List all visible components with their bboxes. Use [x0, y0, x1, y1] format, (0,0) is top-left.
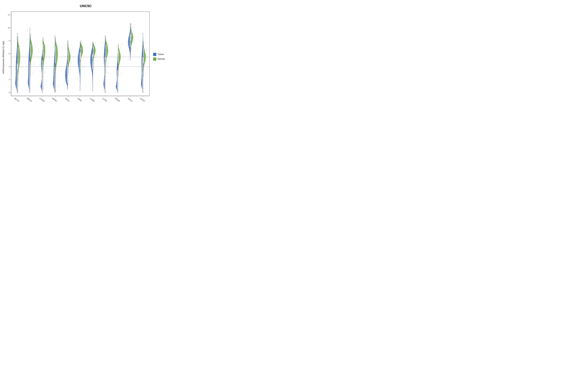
svg-rect-380	[70, 52, 71, 53]
svg-rect-435	[82, 42, 82, 42]
svg-rect-597	[128, 28, 128, 29]
svg-rect-351	[67, 81, 67, 82]
svg-rect-623	[142, 75, 142, 75]
svg-rect-363	[65, 70, 66, 71]
svg-rect-517	[106, 72, 106, 72]
svg-rect-304	[45, 84, 46, 85]
svg-rect-536	[119, 83, 119, 83]
svg-rect-396	[77, 55, 78, 55]
svg-rect-128	[117, 70, 118, 92]
svg-rect-254	[31, 65, 32, 65]
svg-rect-496	[103, 46, 104, 47]
svg-rect-275	[40, 71, 40, 72]
svg-rect-281	[42, 63, 43, 63]
svg-text:BRCA: BRCA	[26, 97, 33, 102]
svg-rect-450	[93, 68, 93, 68]
svg-rect-414	[81, 74, 81, 75]
svg-rect-198	[18, 79, 18, 79]
svg-rect-344	[57, 62, 57, 63]
svg-rect-625	[144, 54, 144, 55]
svg-rect-469	[93, 58, 94, 58]
svg-rect-425	[82, 65, 82, 65]
svg-rect-648	[145, 49, 145, 50]
svg-rect-182	[15, 86, 15, 87]
svg-rect-238	[28, 64, 29, 64]
svg-rect-480	[97, 54, 97, 55]
svg-rect-144	[130, 31, 131, 41]
svg-rect-299	[46, 68, 46, 69]
svg-rect-206	[20, 51, 21, 51]
svg-rect-494	[104, 84, 104, 85]
svg-rect-339	[59, 89, 59, 90]
svg-text:4: 4	[9, 66, 10, 67]
svg-rect-243	[34, 64, 34, 64]
svg-rect-210	[18, 40, 19, 40]
svg-rect-329	[55, 73, 55, 73]
svg-rect-589	[130, 37, 131, 38]
svg-rect-592	[129, 25, 130, 25]
svg-rect-252	[31, 73, 31, 74]
svg-rect-331	[58, 72, 58, 73]
legend-area: Tumor Normal	[151, 9, 170, 106]
svg-rect-572	[121, 52, 121, 52]
svg-rect-430	[83, 67, 83, 67]
svg-text:KIRC: KIRC	[77, 97, 82, 102]
svg-rect-515	[108, 66, 109, 66]
svg-rect-642	[144, 64, 144, 65]
svg-text:2: 2	[9, 78, 10, 81]
svg-rect-279	[43, 65, 43, 65]
svg-rect-269	[40, 91, 40, 91]
svg-rect-490	[105, 71, 105, 71]
legend-color-normal	[153, 58, 156, 61]
svg-rect-576	[128, 60, 128, 60]
svg-rect-405	[79, 87, 80, 87]
svg-rect-647	[146, 73, 146, 73]
svg-rect-325	[53, 84, 54, 84]
svg-rect-327	[55, 82, 55, 83]
svg-rect-301	[46, 57, 46, 57]
svg-rect-330	[56, 42, 56, 43]
svg-rect-603	[133, 31, 133, 31]
svg-rect-375	[70, 69, 70, 69]
svg-rect-266	[41, 87, 41, 87]
svg-rect-314	[53, 77, 53, 78]
svg-rect-241	[33, 50, 33, 51]
svg-rect-355	[66, 83, 66, 83]
svg-rect-372	[66, 51, 67, 51]
svg-rect-340	[58, 60, 58, 60]
svg-rect-319	[52, 47, 53, 47]
svg-rect-311	[52, 84, 52, 84]
svg-rect-525	[108, 67, 108, 68]
svg-rect-442	[92, 49, 92, 49]
svg-rect-458	[90, 74, 90, 74]
svg-rect-412	[79, 90, 79, 90]
svg-rect-440	[93, 71, 93, 71]
svg-rect-471	[97, 60, 97, 61]
svg-rect-431	[82, 43, 82, 43]
svg-rect-318	[55, 77, 56, 77]
svg-rect-554	[115, 86, 115, 86]
svg-rect-466	[95, 43, 95, 43]
svg-rect-367	[67, 64, 67, 64]
svg-rect-308	[53, 72, 53, 72]
svg-rect-369	[68, 84, 69, 84]
svg-rect-186	[17, 62, 17, 62]
svg-rect-322	[54, 90, 54, 91]
svg-rect-439	[83, 69, 83, 70]
svg-rect-569	[119, 70, 120, 71]
svg-rect-214	[20, 46, 21, 47]
svg-rect-334	[58, 85, 59, 86]
svg-rect-427	[84, 54, 84, 54]
svg-rect-503	[104, 63, 104, 64]
svg-rect-310	[53, 90, 53, 90]
svg-rect-306	[52, 58, 52, 59]
svg-rect-347	[59, 80, 59, 80]
svg-rect-511	[108, 43, 108, 43]
svg-rect-433	[81, 51, 82, 52]
svg-rect-350	[69, 48, 69, 48]
svg-rect-460	[92, 75, 93, 75]
svg-rect-338	[58, 47, 59, 47]
svg-text:LUAD: LUAD	[89, 97, 95, 102]
svg-rect-606	[133, 33, 133, 33]
svg-rect-256	[32, 48, 32, 48]
